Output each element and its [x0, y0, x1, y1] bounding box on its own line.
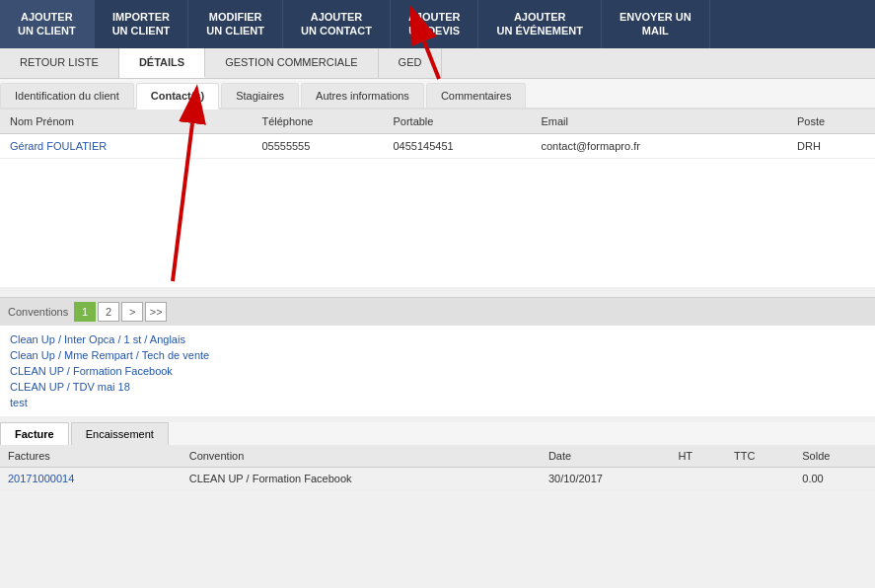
- invoice-cell: 0.00: [794, 467, 875, 489]
- invoice-table: FacturesConventionDateHTTTCSolde 2017100…: [0, 445, 875, 490]
- contact-cell: [215, 133, 252, 158]
- convention-link[interactable]: test: [10, 395, 865, 410]
- contact-name[interactable]: Gérard FOULATIER: [0, 133, 215, 158]
- secondary-nav: RETOUR LISTEDÉTAILSGESTION COMMERCIALEGE…: [0, 48, 875, 79]
- invoice-col-header: Date: [541, 445, 670, 468]
- tab-nav-item-identification[interactable]: Identification du client: [0, 83, 134, 108]
- tab-nav: Identification du clientContact(s)Stagia…: [0, 79, 875, 110]
- pagination-btn-2[interactable]: 2: [98, 302, 119, 322]
- contact-table-header: Nom PrénomTéléphonePortableEmailPoste: [0, 110, 875, 134]
- invoice-table-body: 20171000014CLEAN UP / Formation Facebook…: [0, 467, 875, 489]
- pagination-btn->[interactable]: >: [121, 302, 143, 322]
- invoice-col-header: Convention: [182, 445, 512, 468]
- contact-cell: [751, 133, 787, 158]
- invoice-number[interactable]: 20171000014: [0, 467, 152, 489]
- invoice-table-row: 20171000014CLEAN UP / Formation Facebook…: [0, 467, 875, 489]
- conventions-list: Clean Up / Inter Opca / 1 st / AnglaisCl…: [0, 326, 875, 416]
- top-nav-item-ajouter-evenement[interactable]: AJOUTER UN ÉVÉNEMENT: [478, 0, 601, 48]
- top-nav-item-ajouter-client[interactable]: AJOUTER UN CLIENT: [0, 0, 95, 48]
- contact-table: Nom PrénomTéléphonePortableEmailPoste Gé…: [0, 110, 875, 159]
- contact-table-body: Gérard FOULATIER055555550455145451contac…: [0, 133, 875, 158]
- secondary-nav-item-retour-liste[interactable]: RETOUR LISTE: [0, 48, 119, 78]
- tab-nav-item-commentaires[interactable]: Commentaires: [426, 83, 527, 108]
- pagination-btn-1[interactable]: 1: [74, 302, 96, 322]
- invoice-col-header: Factures: [0, 445, 152, 468]
- contact-col-header: Portable: [383, 110, 531, 134]
- top-nav-item-modifier-client[interactable]: MODIFIER UN CLIENT: [188, 0, 283, 48]
- contact-col-header: Téléphone: [252, 110, 383, 134]
- top-nav-item-importer-client[interactable]: IMPORTER UN CLIENT: [95, 0, 189, 48]
- invoice-cell: [511, 467, 541, 489]
- invoice-table-header: FacturesConventionDateHTTTCSolde: [0, 445, 875, 468]
- secondary-nav-item-gestion-commerciale[interactable]: GESTION COMMERCIALE: [205, 48, 378, 78]
- contact-col-header: Nom Prénom: [0, 110, 215, 134]
- conventions-label: Conventions: [8, 306, 68, 318]
- invoice-cell: CLEAN UP / Formation Facebook: [182, 467, 512, 489]
- top-nav-item-ajouter-contact[interactable]: AJOUTER UN CONTACT: [283, 0, 391, 48]
- contact-name-link[interactable]: Gérard FOULATIER: [10, 140, 107, 152]
- contact-col-header: Email: [531, 110, 751, 134]
- invoice-col-header: [511, 445, 541, 468]
- invoice-col-header: TTC: [726, 445, 794, 468]
- contact-cell: DRH: [787, 133, 875, 158]
- pagination-btn->>[interactable]: >>: [145, 302, 167, 322]
- secondary-nav-item-ged[interactable]: GED: [379, 48, 443, 78]
- invoice-cell: [726, 467, 794, 489]
- conventions-section: Conventions 12>>>: [0, 297, 875, 326]
- convention-link[interactable]: CLEAN UP / Formation Facebook: [10, 363, 865, 379]
- secondary-nav-spacer: [442, 48, 875, 78]
- top-nav-item-ajouter-devis[interactable]: AJOUTER UN DEVIS: [391, 0, 479, 48]
- tab-nav-item-stagiaires[interactable]: Stagiaires: [221, 83, 299, 108]
- invoice-col-header: HT: [670, 445, 726, 468]
- contact-table-row: Gérard FOULATIER055555550455145451contac…: [0, 133, 875, 158]
- contact-col-header: Poste: [787, 110, 875, 134]
- contact-cell: contact@formapro.fr: [531, 133, 751, 158]
- invoice-cell: [152, 467, 182, 489]
- pagination: 12>>>: [74, 302, 167, 322]
- secondary-nav-item-details[interactable]: DÉTAILS: [119, 48, 205, 78]
- tab-nav-item-contacts[interactable]: Contact(s): [136, 83, 219, 110]
- contact-cell: 0455145451: [383, 133, 531, 158]
- invoice-cell: [670, 467, 726, 489]
- invoice-col-header: Solde: [794, 445, 875, 468]
- convention-link[interactable]: Clean Up / Inter Opca / 1 st / Anglais: [10, 331, 865, 347]
- invoice-cell: 30/10/2017: [541, 467, 670, 489]
- contact-col-header: [751, 110, 787, 134]
- contact-col-header: [215, 110, 252, 134]
- convention-link[interactable]: Clean Up / Mme Rempart / Tech de vente: [10, 347, 865, 363]
- invoice-tab-facture[interactable]: Facture: [0, 422, 69, 445]
- invoice-tab-encaissement[interactable]: Encaissement: [71, 422, 169, 445]
- tab-nav-item-autres-informations[interactable]: Autres informations: [301, 83, 424, 108]
- invoice-tabs: FactureEncaissement: [0, 422, 875, 445]
- top-nav-item-envoyer-mail[interactable]: ENVOYER UN MAIL: [602, 0, 710, 48]
- convention-link[interactable]: CLEAN UP / TDV mai 18: [10, 379, 865, 395]
- invoice-number-link[interactable]: 20171000014: [8, 473, 74, 484]
- top-nav: AJOUTER UN CLIENTIMPORTER UN CLIENTMODIF…: [0, 0, 875, 48]
- main-content: Nom PrénomTéléphonePortableEmailPoste Gé…: [0, 110, 875, 287]
- invoice-col-header: [152, 445, 182, 468]
- contact-cell: 05555555: [252, 133, 383, 158]
